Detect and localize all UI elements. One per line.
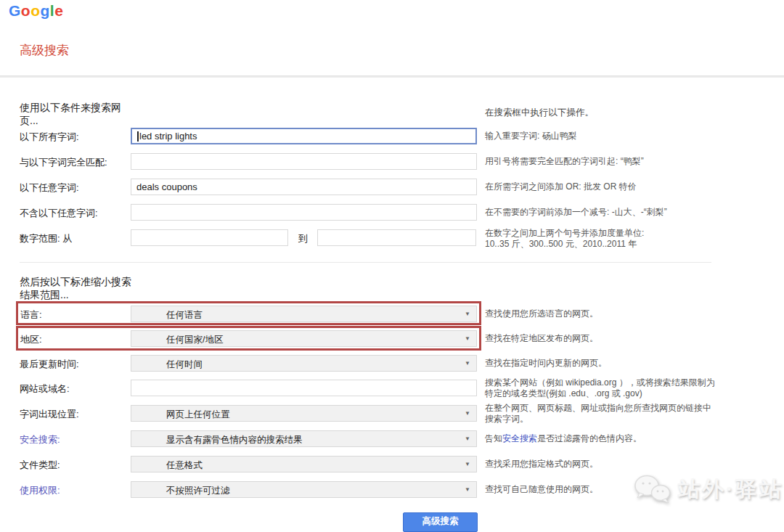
exact-phrase-input[interactable] (131, 153, 477, 170)
form-row: 与以下字词完全匹配: 用引号将需要完全匹配的字词引起: “鸭梨” (0, 153, 784, 173)
chevron-down-icon: ▼ (465, 311, 470, 317)
header-divider (0, 75, 784, 78)
filetype-help: 查找采用您指定格式的网页。 (485, 459, 724, 470)
text-caret (137, 131, 139, 142)
terms-appearing-dropdown-value: 网页上任何位置 (166, 409, 230, 421)
form-row: 文件类型: 任意格式 ▼ 查找采用您指定格式的网页。 (0, 456, 784, 476)
logo-letter: e (54, 2, 63, 19)
usage-rights-dropdown[interactable]: 不按照许可过滤 ▼ (131, 481, 477, 498)
safesearch-help-prefix: 告知 (485, 433, 502, 443)
safesearch-label: 安全搜索: (20, 433, 60, 446)
google-logo[interactable]: Google (9, 2, 63, 20)
logo-letter: o (21, 2, 30, 19)
region-dropdown[interactable]: 任何国家/地区 ▼ (131, 330, 477, 347)
terms-appearing-dropdown[interactable]: 网页上任何位置 ▼ (131, 405, 477, 422)
any-words-help: 在所需字词之间添加 OR: 批发 OR 特价 (485, 181, 724, 192)
last-update-label: 最后更新时间: (20, 358, 79, 371)
all-words-label: 以下所有字词: (20, 131, 79, 144)
number-range-help: 在数字之间加上两个句号并添加度量单位: 10..35 斤、300..500 元、… (485, 228, 724, 250)
language-dropdown-value: 任何语言 (166, 309, 203, 322)
safesearch-help-suffix: 是否过滤露骨的色情内容。 (537, 433, 642, 443)
chevron-down-icon: ▼ (465, 360, 470, 367)
language-help: 查找使用您所选语言的网页。 (485, 308, 724, 319)
section-divider (20, 262, 711, 263)
logo-letter: G (9, 2, 21, 19)
chevron-down-icon: ▼ (465, 435, 470, 442)
form-row: 以下任意字词: 在所需字词之间添加 OR: 批发 OR 特价 (0, 179, 784, 199)
none-words-label: 不含以下任意字词: (20, 207, 98, 220)
all-words-input[interactable]: led strip lights (131, 128, 477, 144)
last-update-help: 查找在指定时间内更新的网页。 (485, 358, 724, 369)
safesearch-help-link[interactable]: 安全搜索 (502, 433, 537, 443)
last-update-dropdown-value: 任何时间 (166, 359, 203, 371)
region-label: 地区: (20, 333, 42, 346)
any-words-label: 以下任意字词: (20, 181, 79, 195)
form-row: 最后更新时间: 任何时间 ▼ 查找在指定时间内更新的网页。 (0, 355, 784, 375)
none-words-input[interactable] (131, 204, 477, 221)
exact-phrase-label: 与以下字词完全匹配: (20, 156, 107, 169)
safesearch-help: 告知安全搜索是否过滤露骨的色情内容。 (485, 433, 724, 444)
form-row: 以下所有字词: led strip lights 输入重要字词: 砀山鸭梨 (0, 128, 784, 148)
site-domain-input[interactable] (131, 380, 477, 396)
chevron-down-icon: ▼ (465, 335, 470, 342)
none-words-help: 在不需要的字词前添加一个减号: -山大、-“刺梨” (485, 207, 724, 218)
terms-appearing-help: 在整个网页、网页标题、网址或指向您所查找网页的链接中搜索字词。 (485, 403, 719, 425)
site-domain-label: 网站或域名: (20, 382, 70, 396)
number-range-help-line2: 10..35 斤、300..500 元、2010..2011 年 (485, 239, 637, 249)
form-row: 数字范围: 从 到 在数字之间加上两个句号并添加度量单位: 10..35 斤、3… (0, 229, 784, 250)
wechat-icon (633, 474, 672, 504)
all-words-input-value: led strip lights (139, 131, 197, 142)
usage-rights-label: 使用权限: (20, 484, 60, 497)
find-section-heading: 使用以下条件来搜索网页... (20, 101, 128, 127)
form-row: 网站或域名: 搜索某个网站（例如 wikipedia.org ），或将搜索结果限… (0, 380, 784, 400)
narrow-section-heading: 然后按以下标准缩小搜索结果范围... (20, 275, 137, 301)
language-dropdown[interactable]: 任何语言 ▼ (131, 306, 477, 322)
filetype-label: 文件类型: (20, 459, 60, 472)
safesearch-dropdown-value: 显示含有露骨色情内容的搜索结果 (166, 434, 303, 446)
searchbox-actions-heading: 在搜索框中执行以下操作。 (485, 107, 594, 119)
site-domain-help: 搜索某个网站（例如 wikipedia.org ），或将搜索结果限制为特定的域名… (485, 377, 719, 399)
region-dropdown-value: 任何国家/地区 (166, 334, 223, 346)
terms-appearing-label: 字词出现位置: (20, 408, 79, 421)
chevron-down-icon: ▼ (465, 410, 470, 417)
last-update-dropdown[interactable]: 任何时间 ▼ (131, 355, 477, 372)
language-label: 语言: (20, 308, 42, 322)
chevron-down-icon: ▼ (465, 461, 470, 467)
number-range-to-input[interactable] (317, 229, 476, 246)
logo-letter: o (30, 2, 40, 19)
logo-letter: g (41, 2, 50, 19)
filetype-dropdown-value: 任意格式 (166, 459, 203, 472)
region-help: 查找在特定地区发布的网页。 (485, 333, 724, 344)
advanced-search-button[interactable]: 高级搜索 (403, 512, 478, 532)
form-row: 安全搜索: 显示含有露骨色情内容的搜索结果 ▼ 告知安全搜索是否过滤露骨的色情内… (0, 430, 784, 451)
all-words-help: 输入重要字词: 砀山鸭梨 (485, 131, 724, 142)
form-row: 地区: 任何国家/地区 ▼ 查找在特定地区发布的网页。 (0, 330, 784, 351)
number-range-to-label: 到 (298, 232, 308, 245)
filetype-dropdown[interactable]: 任意格式 ▼ (131, 456, 477, 472)
number-range-from-input[interactable] (131, 229, 288, 246)
page-title: 高级搜索 (20, 42, 69, 59)
form-row: 字词出现位置: 网页上任何位置 ▼ 在整个网页、网页标题、网址或指向您所查找网页… (0, 405, 784, 425)
chevron-down-icon: ▼ (465, 486, 470, 493)
form-row: 不含以下任意字词: 在不需要的字词前添加一个减号: -山大、-“刺梨” (0, 204, 784, 224)
watermark: 站外·驿站 (633, 474, 783, 504)
watermark-text: 站外·驿站 (678, 475, 783, 504)
usage-rights-dropdown-value: 不按照许可过滤 (166, 485, 230, 497)
number-range-label: 数字范围: 从 (20, 232, 72, 245)
exact-phrase-help: 用引号将需要完全匹配的字词引起: “鸭梨” (485, 156, 724, 167)
any-words-input[interactable] (131, 179, 477, 195)
safesearch-dropdown[interactable]: 显示含有露骨色情内容的搜索结果 ▼ (131, 430, 477, 447)
number-range-help-line1: 在数字之间加上两个句号并添加度量单位: (485, 228, 644, 238)
form-row: 语言: 任何语言 ▼ 查找使用您所选语言的网页。 (0, 306, 784, 326)
